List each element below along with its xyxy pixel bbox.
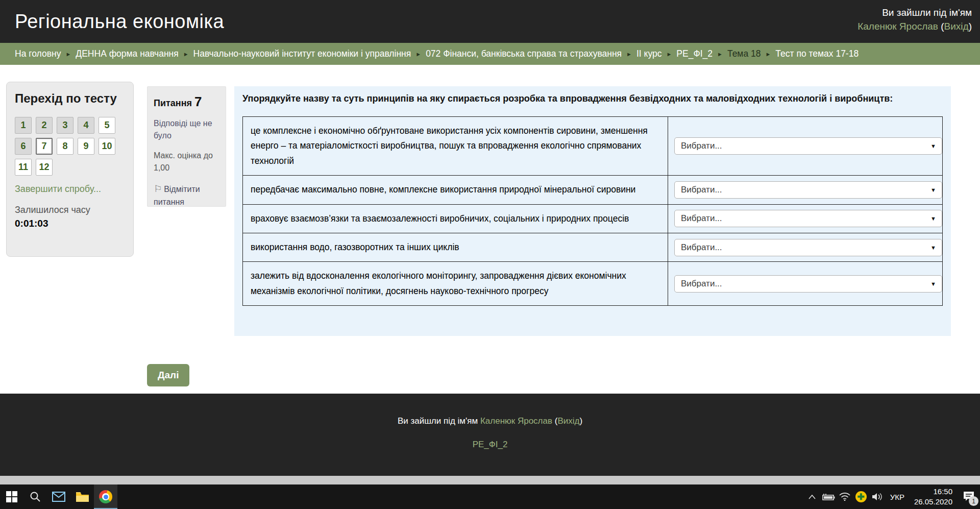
page-content: Перехід по тесту 1 2 3 4 5 6 7 8 9 10 11… — [0, 65, 980, 394]
search-button[interactable] — [23, 484, 47, 509]
login-prefix: Ви зайшли під ім'ям — [398, 416, 480, 426]
table-row: використання водо, газозворотних та інши… — [243, 233, 943, 261]
chevron-up-icon — [808, 495, 816, 499]
logout-link[interactable]: Вихід — [557, 416, 579, 426]
select-value: Вибрати... — [681, 213, 722, 224]
paren-close: ) — [579, 416, 582, 426]
answer-select-3[interactable]: Вибрати...▼ — [674, 210, 942, 227]
breadcrumb-separator-icon: ► — [765, 51, 771, 57]
chevron-down-icon: ▼ — [930, 143, 936, 149]
answer-select-1[interactable]: Вибрати...▼ — [674, 137, 942, 155]
flag-question-link[interactable]: ⚐Відмітити питання — [154, 182, 219, 208]
paren-open: ( — [938, 21, 944, 32]
match-item-answer-cell: Вибрати...▼ — [668, 262, 943, 306]
chevron-down-icon: ▼ — [930, 281, 936, 287]
footer-course: РЕ_ФІ_2 — [0, 440, 980, 450]
question-nav-button-8[interactable]: 8 — [57, 138, 74, 155]
question-nav-button-11[interactable]: 11 — [15, 159, 32, 176]
volume-button[interactable] — [869, 484, 886, 509]
flag-icon: ⚐ — [154, 184, 162, 194]
speaker-icon — [872, 492, 883, 501]
select-value: Вибрати... — [681, 243, 722, 253]
answer-select-5[interactable]: Вибрати...▼ — [674, 275, 942, 293]
question-nav-button-7[interactable]: 7 — [36, 138, 53, 155]
next-button[interactable]: Далі — [147, 364, 189, 386]
question-number: 7 — [194, 94, 202, 109]
action-center-button[interactable]: 1 — [958, 484, 980, 509]
site-title: Регіональна економіка — [15, 11, 224, 33]
window-bottom-strip — [0, 476, 980, 484]
antivirus-tray-button[interactable]: ✚ — [853, 484, 869, 509]
table-row: враховує взаємозв’язки та взаємозалежнос… — [243, 204, 943, 233]
breadcrumb-institute[interactable]: Навчально-науковий інститут економіки і … — [193, 49, 411, 59]
match-item-answer-cell: Вибрати...▼ — [668, 117, 943, 176]
language-indicator[interactable]: УКР — [890, 493, 904, 501]
course-home-link[interactable]: РЕ_ФІ_2 — [473, 440, 508, 449]
windows-taskbar: ✚ УКР 16:50 26.05.2020 1 — [0, 484, 980, 509]
network-status-button[interactable] — [837, 484, 853, 509]
match-item-answer-cell: Вибрати...▼ — [668, 233, 943, 261]
paren-open: ( — [552, 416, 557, 426]
question-nav-button-3[interactable]: 3 — [57, 117, 74, 134]
question-number-grid: 1 2 3 4 5 6 7 8 9 10 11 12 — [15, 117, 118, 176]
mail-app-button[interactable] — [47, 484, 70, 509]
breadcrumb-separator-icon: ► — [717, 51, 723, 57]
quiz-navigation-heading: Перехід по тесту — [15, 91, 125, 106]
table-row: передбачає максимально повне, комплексне… — [243, 176, 943, 204]
breadcrumb-home[interactable]: На головну — [15, 49, 61, 59]
question-nav-button-5[interactable]: 5 — [99, 117, 115, 134]
breadcrumb-specialty[interactable]: 072 Фінанси, банківська справа та страху… — [426, 49, 622, 59]
breadcrumb-separator-icon: ► — [666, 51, 672, 57]
question-nav-button-12[interactable]: 12 — [36, 159, 53, 176]
battery-status-button[interactable] — [820, 484, 837, 509]
match-item-answer-cell: Вибрати...▼ — [668, 176, 943, 204]
breadcrumb-study-form[interactable]: ДЕННА форма навчання — [76, 49, 178, 59]
matching-table: це комплексне і економічно обґрунтоване … — [242, 116, 943, 306]
folder-icon — [76, 491, 89, 502]
logout-link[interactable]: Вихід — [944, 21, 969, 32]
finish-attempt-link[interactable]: Завершити спробу... — [15, 184, 101, 195]
question-nav-button-10[interactable]: 10 — [99, 138, 115, 155]
question-nav-button-9[interactable]: 9 — [78, 138, 94, 155]
wifi-icon — [839, 493, 850, 501]
file-explorer-button[interactable] — [70, 484, 94, 509]
match-item-answer-cell: Вибрати...▼ — [668, 204, 943, 233]
select-value: Вибрати... — [681, 141, 722, 151]
search-icon — [29, 491, 41, 503]
chrome-icon — [99, 490, 112, 503]
answer-select-4[interactable]: Вибрати...▼ — [674, 239, 942, 256]
table-row: залежить від вдосконалення екологічного … — [243, 262, 943, 306]
chrome-button[interactable] — [94, 484, 117, 509]
answer-select-2[interactable]: Вибрати...▼ — [674, 181, 942, 199]
taskbar-clock[interactable]: 16:50 26.05.2020 — [914, 487, 952, 507]
tray-expand-button[interactable] — [804, 484, 820, 509]
quiz-navigation-panel: Перехід по тесту 1 2 3 4 5 6 7 8 9 10 11… — [6, 82, 134, 257]
time-left-label: Залишилося часу — [15, 205, 125, 215]
breadcrumb-separator-icon: ► — [65, 51, 71, 57]
breadcrumb-course[interactable]: РЕ_ФІ_2 — [676, 49, 713, 59]
site-header: Регіональна економіка Ви зайшли під ім'я… — [0, 0, 980, 43]
footer-login-info: Ви зайшли під ім'ям Каленюк Ярослав (Вих… — [0, 394, 980, 426]
select-value: Вибрати... — [681, 185, 722, 195]
chevron-down-icon: ▼ — [930, 187, 936, 193]
taskbar-date: 26.05.2020 — [914, 497, 952, 507]
user-profile-link[interactable]: Каленюк Ярослав — [480, 416, 552, 426]
breadcrumb-test[interactable]: Тест по темах 17-18 — [775, 49, 859, 59]
header-login-info: Ви зайшли під ім'ям Каленюк Ярослав (Вих… — [845, 6, 972, 34]
start-button[interactable] — [0, 484, 23, 509]
match-item-text: використання водо, газозворотних та інши… — [243, 233, 668, 261]
question-max-grade: Макс. оцінка до 1,00 — [154, 150, 219, 174]
question-label: Питання — [154, 98, 194, 108]
breadcrumb-course-year[interactable]: ІІ курс — [636, 49, 662, 59]
user-profile-link[interactable]: Каленюк Ярослав — [857, 21, 938, 32]
question-block: Упорядкуйте назву та суть принципів на я… — [234, 86, 951, 336]
question-nav-button-2[interactable]: 2 — [36, 117, 53, 134]
question-nav-button-6[interactable]: 6 — [15, 138, 32, 155]
mail-icon — [52, 492, 65, 502]
question-info-panel: Питання 7 Відповіді ще не було Макс. оці… — [147, 86, 226, 207]
question-nav-button-1[interactable]: 1 — [15, 117, 32, 134]
question-prompt: Упорядкуйте назву та суть принципів на я… — [242, 93, 943, 104]
question-nav-button-4[interactable]: 4 — [78, 117, 94, 134]
battery-charging-icon — [822, 493, 835, 500]
question-number-title: Питання 7 — [154, 94, 219, 110]
